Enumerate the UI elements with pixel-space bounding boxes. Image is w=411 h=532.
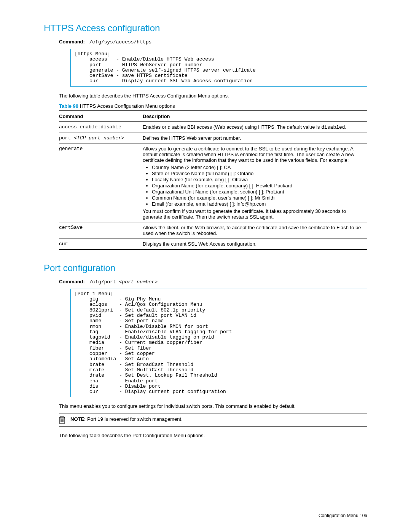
cmd-cell: certSave bbox=[59, 222, 143, 238]
desc-cell: Defines the HTTPS Web server port number… bbox=[143, 133, 367, 143]
page-footer: Configuration Menu 106 bbox=[319, 513, 367, 518]
port-menu-box: [Port 1 Menu] gig - Gig Phy Menu aclqos … bbox=[70, 289, 367, 398]
https-table-intro: The following table describes the HTTPS … bbox=[59, 93, 367, 99]
desc-text-tail: . bbox=[345, 124, 347, 130]
desc-text: Enables or disables BBI access (Web acce… bbox=[143, 124, 321, 130]
https-options-table: Command Description access enable|disabl… bbox=[59, 110, 367, 250]
table-row: generate Allows you to generate a certif… bbox=[59, 143, 367, 222]
https-menu-box: [https Menu] access - Enable/Disable HTT… bbox=[70, 49, 367, 87]
table-row: port <TCP port number> Defines the HTTPS… bbox=[59, 133, 367, 143]
desc-paragraph: Allows you to generate a certificate to … bbox=[143, 146, 363, 163]
table-row: certSave Allows the client, or the Web b… bbox=[59, 222, 367, 238]
list-item: Email (for example, email address) [ ]: … bbox=[152, 201, 363, 207]
cmd-path-text: /cfg/port bbox=[89, 279, 119, 285]
https-table-caption: Table 98 HTTPS Access Configuration Menu… bbox=[59, 103, 367, 109]
table-row: cur Displays the current SSL Web Access … bbox=[59, 238, 367, 249]
list-item: Locality Name (for example, city) [ ]: O… bbox=[152, 177, 363, 182]
command-line-port: Command: /cfg/port <port number> bbox=[59, 279, 367, 285]
section-heading-port: Port configuration bbox=[44, 263, 367, 273]
command-label: Command: bbox=[59, 279, 85, 284]
cmd-cell: cur bbox=[59, 238, 143, 249]
section-heading-https: HTTPS Access configuration bbox=[44, 23, 367, 34]
note-label: NOTE: bbox=[70, 416, 86, 422]
desc-cell: Allows you to generate a certificate to … bbox=[143, 143, 367, 222]
list-item: Common Name (for example, user's name) [… bbox=[152, 195, 363, 201]
list-item: Country Name (2 letter code) [ ]: CA bbox=[152, 165, 363, 170]
note-block: NOTE: Port 19 is reserved for switch man… bbox=[59, 414, 367, 427]
note-text: NOTE: Port 19 is reserved for switch man… bbox=[70, 416, 183, 422]
cmd-cell: access enable|disable bbox=[59, 121, 143, 133]
command-line-https: Command: /cfg/sys/access/https bbox=[59, 39, 367, 45]
port-intro: This menu enables you to configure setti… bbox=[59, 403, 367, 409]
table-title: HTTPS Access Configuration Menu options bbox=[78, 103, 175, 109]
note-body: Port 19 is reserved for switch managemen… bbox=[86, 416, 182, 422]
table-row: access enable|disable Enables or disable… bbox=[59, 121, 367, 133]
port-outro: The following table describes the Port C… bbox=[59, 433, 367, 438]
th-command: Command bbox=[59, 111, 143, 122]
cmd-param: <TCP port number> bbox=[74, 135, 124, 141]
cmd-cell: generate bbox=[59, 143, 143, 222]
list-item: Organizational Unit Name (for example, s… bbox=[152, 189, 363, 195]
cmd-cell: port <TCP port number> bbox=[59, 133, 143, 143]
list-item: Organization Name (for example, company)… bbox=[152, 183, 363, 189]
footer-page: 106 bbox=[360, 513, 367, 518]
desc-cell: Displays the current SSL Web Access conf… bbox=[143, 238, 367, 249]
command-path: /cfg/sys/access/https bbox=[89, 39, 152, 45]
list-item: State or Province Name (full name) [ ]: … bbox=[152, 171, 363, 176]
cmd-path-param: <port number> bbox=[119, 279, 158, 285]
note-icon bbox=[59, 416, 67, 424]
certificate-fields-list: Country Name (2 letter code) [ ]: CA Sta… bbox=[143, 165, 363, 207]
table-number: Table 98 bbox=[59, 103, 78, 109]
footer-label: Configuration Menu bbox=[319, 513, 358, 518]
desc-paragraph: You must confirm if you want to generate… bbox=[143, 208, 363, 220]
desc-cell: Allows the client, or the Web browser, t… bbox=[143, 222, 367, 238]
desc-mono: disabled bbox=[321, 125, 345, 130]
command-label: Command: bbox=[59, 39, 85, 45]
desc-cell: Enables or disables BBI access (Web acce… bbox=[143, 121, 367, 133]
th-description: Description bbox=[143, 111, 367, 122]
cmd-text: port bbox=[59, 135, 74, 141]
command-path: /cfg/port <port number> bbox=[89, 279, 158, 285]
